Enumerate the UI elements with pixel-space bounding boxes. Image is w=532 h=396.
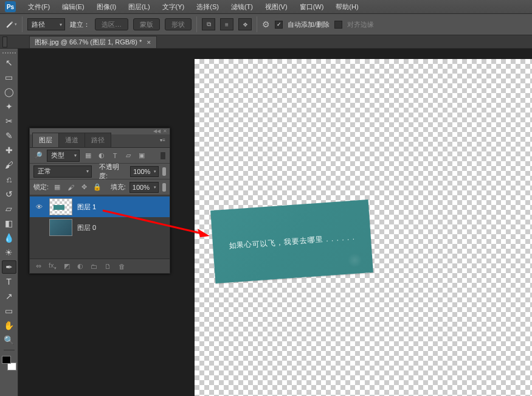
link-layers-icon[interactable]: ⇔ bbox=[36, 262, 41, 270]
path-op-combine-icon[interactable]: ⧉ bbox=[202, 18, 215, 30]
separator bbox=[257, 16, 257, 32]
brush-tool[interactable]: 🖌 bbox=[2, 158, 16, 172]
tools-panel: ↖ ▭ ◯ ✦ ✂ ✎ ✚ 🖌 ⎌ ↺ ▱ ◧ 💧 ☀ ✒ T ↗ ▭ ✋ 🔍 bbox=[0, 49, 18, 396]
layer-row[interactable]: 图层 0 bbox=[30, 217, 170, 238]
make-selection-button[interactable]: 选区… bbox=[95, 18, 128, 30]
path-arrange-icon[interactable]: ❖ bbox=[238, 18, 252, 30]
history-brush-tool[interactable]: ↺ bbox=[2, 187, 16, 201]
path-selection-tool[interactable]: ↗ bbox=[2, 290, 16, 303]
blur-tool[interactable]: 💧 bbox=[2, 231, 16, 245]
layers-list: 👁 图层 1 图层 0 bbox=[30, 195, 170, 244]
lock-transparent-icon[interactable]: ▦ bbox=[52, 182, 62, 192]
foreground-color-swatch[interactable] bbox=[2, 356, 11, 364]
magic-wand-tool[interactable]: ✦ bbox=[2, 100, 16, 113]
visibility-toggle[interactable] bbox=[33, 222, 44, 233]
menu-file[interactable]: 文件(F) bbox=[23, 1, 55, 13]
make-shape-button[interactable]: 形状 bbox=[165, 18, 192, 30]
layer-mask-icon[interactable]: ◩ bbox=[64, 262, 70, 270]
separator bbox=[22, 16, 22, 32]
close-icon[interactable]: ✕ bbox=[163, 128, 167, 134]
menu-image[interactable]: 图像(I) bbox=[92, 1, 121, 13]
menu-view[interactable]: 视图(V) bbox=[260, 1, 292, 13]
filter-toggle[interactable] bbox=[160, 151, 166, 160]
move-tool[interactable]: ↖ bbox=[2, 56, 16, 69]
opacity-slider[interactable] bbox=[162, 167, 166, 176]
layer-thumbnail[interactable] bbox=[49, 219, 72, 236]
adjustment-layer-icon[interactable]: ◐ bbox=[77, 262, 83, 270]
lock-all-icon[interactable]: 🔒 bbox=[92, 182, 102, 192]
collapse-left-icon[interactable]: ◀◀ bbox=[153, 128, 161, 134]
close-icon[interactable]: ✕ bbox=[147, 40, 151, 46]
color-swatches[interactable] bbox=[2, 356, 16, 370]
type-tool[interactable]: T bbox=[2, 275, 16, 288]
tab-layers[interactable]: 图层 bbox=[32, 133, 59, 147]
menu-help[interactable]: 帮助(H) bbox=[331, 1, 363, 13]
rectangle-tool[interactable]: ▭ bbox=[2, 304, 16, 318]
tool-preset-icon[interactable]: ▾ bbox=[5, 18, 17, 30]
card-splash bbox=[345, 252, 365, 268]
menu-bar: Ps 文件(F) 编辑(E) 图像(I) 图层(L) 文字(Y) 选择(S) 滤… bbox=[0, 0, 532, 13]
pen-mode-select[interactable]: 路径 bbox=[27, 18, 65, 30]
separator bbox=[196, 16, 197, 32]
hand-tool[interactable]: ✋ bbox=[2, 319, 16, 332]
make-label: 建立： bbox=[70, 20, 90, 29]
layer-row[interactable]: 👁 图层 1 bbox=[30, 196, 170, 217]
dodge-tool[interactable]: ☀ bbox=[2, 246, 16, 259]
menu-select[interactable]: 选择(S) bbox=[192, 1, 224, 13]
filter-pixel-icon[interactable]: ▦ bbox=[83, 151, 93, 161]
align-edges-checkbox[interactable] bbox=[334, 21, 342, 29]
clone-stamp-tool[interactable]: ⎌ bbox=[2, 173, 16, 186]
auto-add-checkbox[interactable]: ✓ bbox=[275, 21, 283, 29]
menu-filter[interactable]: 滤镜(T) bbox=[226, 1, 258, 13]
blend-mode-select[interactable]: 正常 bbox=[33, 165, 92, 178]
panel-menu-icon[interactable]: ▾≡ bbox=[158, 136, 167, 145]
canvas[interactable]: 如果心可以飞，我要去哪里 . . . . . . bbox=[195, 59, 532, 396]
fill-slider[interactable] bbox=[162, 183, 166, 192]
separator bbox=[4, 350, 15, 350]
lock-label: 锁定: bbox=[33, 182, 49, 192]
layer-name[interactable]: 图层 1 bbox=[77, 203, 96, 212]
search-icon[interactable]: 🔎 bbox=[33, 151, 43, 161]
align-edges-label: 对齐边缘 bbox=[347, 20, 374, 29]
eraser-tool[interactable]: ▱ bbox=[2, 202, 16, 215]
tab-paths[interactable]: 路径 bbox=[85, 133, 111, 147]
gear-icon[interactable]: ⚙ bbox=[262, 19, 270, 29]
crop-tool[interactable]: ✂ bbox=[2, 114, 16, 128]
visibility-toggle[interactable]: 👁 bbox=[33, 201, 44, 212]
eyedropper-tool[interactable]: ✎ bbox=[2, 129, 16, 142]
new-layer-icon[interactable]: 🗋 bbox=[105, 263, 111, 270]
filter-type-icon[interactable]: T bbox=[110, 151, 120, 161]
layer-fx-icon[interactable]: fx▾ bbox=[49, 262, 57, 271]
gradient-tool[interactable]: ◧ bbox=[2, 217, 16, 230]
document-tab[interactable]: 图标.jpg @ 66.7% (图层 1, RGB/8) * ✕ bbox=[29, 36, 157, 48]
fill-value[interactable]: 100% bbox=[130, 182, 159, 193]
lock-position-icon[interactable]: ✥ bbox=[79, 182, 89, 192]
panel-spacer bbox=[30, 244, 170, 259]
menu-type[interactable]: 文字(Y) bbox=[157, 1, 190, 13]
healing-tool[interactable]: ✚ bbox=[2, 144, 16, 157]
tab-channels[interactable]: 通道 bbox=[58, 133, 85, 147]
lock-image-icon[interactable]: 🖌 bbox=[66, 182, 75, 192]
group-icon[interactable]: 🗀 bbox=[91, 263, 97, 270]
canvas-card-layer[interactable]: 如果心可以飞，我要去哪里 . . . . . . bbox=[210, 200, 373, 283]
layer-thumbnail[interactable] bbox=[49, 198, 72, 215]
filter-shape-icon[interactable]: ▱ bbox=[123, 151, 133, 161]
menu-layer[interactable]: 图层(L) bbox=[123, 1, 154, 13]
delete-layer-icon[interactable]: 🗑 bbox=[119, 263, 125, 270]
zoom-tool[interactable]: 🔍 bbox=[2, 333, 16, 347]
layers-panel-footer: ⇔ fx▾ ◩ ◐ 🗀 🗋 🗑 bbox=[30, 259, 170, 273]
filter-smart-icon[interactable]: ▣ bbox=[137, 151, 147, 161]
toolbar-grip[interactable] bbox=[2, 51, 16, 54]
make-mask-button[interactable]: 蒙版 bbox=[133, 18, 160, 30]
menu-edit[interactable]: 编辑(E) bbox=[57, 1, 89, 13]
menu-window[interactable]: 窗口(W) bbox=[295, 1, 329, 13]
pen-tool[interactable]: ✒ bbox=[2, 260, 16, 274]
lasso-tool[interactable]: ◯ bbox=[2, 85, 16, 99]
layer-name[interactable]: 图层 0 bbox=[77, 223, 96, 232]
path-align-icon[interactable]: ≡ bbox=[220, 18, 233, 30]
panel-mini-toggle[interactable] bbox=[2, 36, 7, 47]
opacity-value[interactable]: 100% bbox=[130, 166, 159, 177]
marquee-tool[interactable]: ▭ bbox=[2, 71, 16, 84]
filter-adjust-icon[interactable]: ◐ bbox=[97, 151, 106, 161]
filter-kind-select[interactable]: 类型 bbox=[47, 150, 80, 162]
